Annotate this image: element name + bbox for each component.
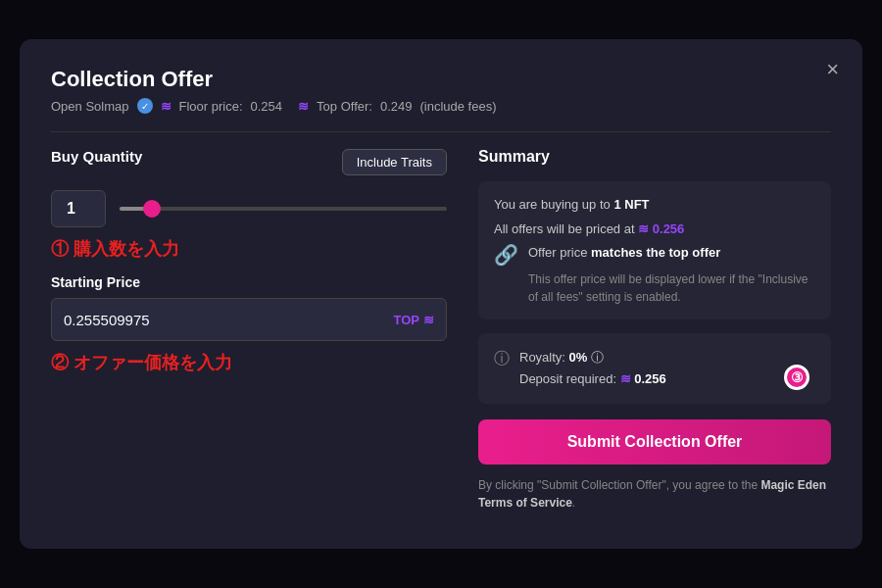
price-line: All offers will be priced at ≋ 0.256	[494, 220, 815, 239]
price-amount: 0.256	[653, 221, 685, 236]
nft-count-line: You are buying up to 1 NFT	[494, 195, 815, 215]
solana-icon-top: ≋	[298, 99, 309, 114]
summary-box: You are buying up to 1 NFT All offers wi…	[478, 181, 831, 319]
left-panel: Buy Quantity Include Traits ① 購入数を入力 Sta…	[51, 148, 447, 512]
nft-count-prefix: You are buying up to	[494, 197, 613, 212]
deposit-value: 0.256	[634, 371, 666, 386]
buy-quantity-label: Buy Quantity	[51, 148, 142, 165]
deposit-line: Deposit required: ≋ 0.256	[519, 368, 666, 390]
solana-icon-summary: ≋	[638, 221, 649, 236]
solana-icon-floor: ≋	[161, 99, 172, 114]
quantity-row	[51, 190, 447, 227]
verified-icon: ✓	[137, 98, 153, 114]
starting-price-label: Starting Price	[51, 274, 447, 290]
slider-container	[120, 190, 447, 227]
royalty-line: Royalty: 0% ⓘ	[519, 347, 666, 368]
terms-text: By clicking "Submit Collection Offer", y…	[478, 476, 831, 512]
floor-price-value: 0.254	[251, 99, 283, 114]
top-offer-note: (include fees)	[419, 99, 496, 114]
royalty-wrapper: ⓘ Royalty: 0% ⓘ Deposit required: ≋ 0.25…	[478, 333, 831, 404]
matches-line: Offer price matches the top offer	[528, 243, 815, 263]
royalty-details: Royalty: 0% ⓘ Deposit required: ≋ 0.256	[519, 347, 666, 390]
buy-quantity-header: Buy Quantity Include Traits	[51, 148, 447, 176]
header-divider	[51, 131, 831, 132]
deposit-label: Deposit required:	[519, 371, 616, 386]
quantity-input[interactable]	[51, 190, 106, 227]
summary-title: Summary	[478, 148, 831, 166]
price-prefix: All offers will be priced at	[494, 221, 638, 236]
slider-track	[120, 207, 447, 211]
royalty-box: ⓘ Royalty: 0% ⓘ Deposit required: ≋ 0.25…	[478, 333, 831, 404]
royalty-label: Royalty:	[519, 350, 565, 365]
fee-note: This offer price will be displayed lower…	[528, 270, 815, 306]
solana-icon-input: ≋	[423, 313, 434, 327]
modal-subtitle: Open Solmap ✓ ≋ Floor price: 0.254 ≋ Top…	[51, 98, 831, 114]
modal-body: Buy Quantity Include Traits ① 購入数を入力 Sta…	[51, 148, 831, 512]
royalty-info: ⓘ	[591, 350, 604, 365]
matches-row: 🔗 Offer price matches the top offer This…	[494, 243, 815, 306]
slider-thumb[interactable]	[143, 200, 161, 218]
close-button[interactable]: ×	[826, 59, 839, 80]
terms-suffix: .	[572, 496, 575, 510]
top-offer-label: Top Offer:	[317, 99, 372, 114]
royalty-info-icon: ⓘ	[494, 349, 510, 369]
modal-header: Collection Offer Open Solmap ✓ ≋ Floor p…	[51, 67, 831, 114]
annotation3-circle: ③	[784, 365, 809, 390]
collection-offer-modal: Collection Offer Open Solmap ✓ ≋ Floor p…	[20, 39, 862, 549]
top-badge: TOP ≋	[394, 313, 435, 327]
include-traits-button[interactable]: Include Traits	[342, 149, 447, 175]
matches-value: matches the top offer	[591, 245, 720, 260]
nft-count-value: 1 NFT	[613, 197, 649, 212]
annotation1: ① 購入数を入力	[51, 237, 447, 261]
terms-prefix: By clicking "Submit Collection Offer", y…	[478, 478, 760, 492]
right-panel: Summary You are buying up to 1 NFT All o…	[478, 148, 831, 512]
price-input-wrapper: TOP ≋	[51, 298, 447, 341]
modal-overlay: Collection Offer Open Solmap ✓ ≋ Floor p…	[0, 0, 882, 588]
submit-button[interactable]: Submit Collection Offer	[478, 419, 831, 465]
royalty-value: 0%	[569, 350, 588, 365]
annotation2: ② オファー価格を入力	[51, 351, 447, 374]
top-label: TOP	[394, 313, 420, 327]
matches-prefix: Offer price	[528, 245, 591, 260]
link-icon: 🔗	[494, 243, 518, 267]
collection-name: Open Solmap	[51, 99, 129, 114]
price-input[interactable]	[64, 312, 394, 328]
modal-title: Collection Offer	[51, 67, 831, 92]
floor-price-label: Floor price:	[179, 99, 243, 114]
top-offer-value: 0.249	[380, 99, 413, 114]
solana-icon-deposit: ≋	[620, 371, 635, 386]
